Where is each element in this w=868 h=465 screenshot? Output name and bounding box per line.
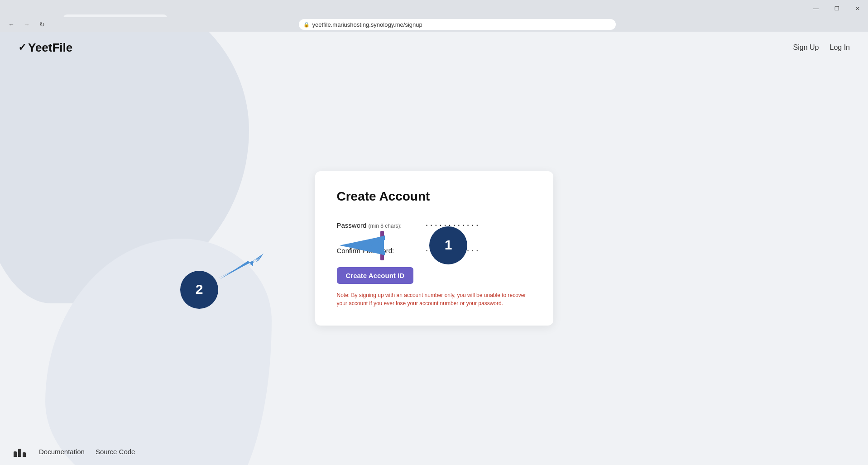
header-nav: Sign Up Log In — [793, 43, 850, 52]
create-account-card: Create Account Password (min 8 chars): ·… — [315, 171, 553, 326]
password-hint: (min 8 chars): — [369, 223, 402, 229]
password-row: Password (min 8 chars): ············ — [337, 216, 532, 234]
back-button[interactable]: ← — [5, 19, 17, 30]
confirm-password-label: Confirm Password: — [337, 247, 418, 254]
logo-text: YeetFile — [28, 41, 72, 55]
footer-bar-2 — [18, 449, 21, 457]
footer-bar-3 — [23, 452, 26, 457]
footer-bar-1 — [14, 451, 17, 457]
footer: Documentation Source Code — [0, 438, 868, 465]
address-bar[interactable]: 🔒 yeetfile.mariushosting.synology.me/sig… — [299, 19, 616, 30]
confirm-password-dots: ············ — [426, 242, 516, 259]
footer-logo — [14, 446, 28, 457]
close-button[interactable]: ✕ — [847, 0, 868, 17]
signup-link[interactable]: Sign Up — [793, 43, 819, 52]
source-code-link[interactable]: Source Code — [96, 448, 135, 455]
login-link[interactable]: Log In — [830, 43, 850, 52]
page-content: 1 2 ✓ YeetFile Sign Up Log In Create Acc… — [0, 32, 868, 465]
minimize-button[interactable]: — — [806, 0, 826, 17]
password-dots: ············ — [426, 216, 516, 234]
documentation-link[interactable]: Documentation — [39, 448, 85, 455]
logo-icon: ✓ — [18, 42, 26, 53]
note-text: Note: By signing up with an account numb… — [337, 291, 532, 307]
password-label: Password (min 8 chars): — [337, 221, 418, 229]
restore-button[interactable]: ❐ — [826, 0, 847, 17]
logo[interactable]: ✓ YeetFile — [18, 41, 72, 55]
create-account-button[interactable]: Create Account ID — [337, 267, 413, 284]
main-area: Create Account Password (min 8 chars): ·… — [0, 32, 868, 465]
security-icon: 🔒 — [303, 22, 310, 28]
confirm-password-row: Confirm Password: ············ — [337, 242, 532, 259]
window-controls: — ❐ ✕ — [806, 0, 868, 17]
header: ✓ YeetFile Sign Up Log In — [0, 32, 868, 63]
form-title: Create Account — [337, 189, 532, 204]
forward-button[interactable]: → — [21, 19, 33, 30]
url-text: yeetfile.mariushosting.synology.me/signu… — [312, 21, 422, 28]
address-bar-row: ← → ↻ 🔒 yeetfile.mariushosting.synology.… — [0, 17, 868, 32]
reload-button[interactable]: ↻ — [36, 19, 48, 30]
